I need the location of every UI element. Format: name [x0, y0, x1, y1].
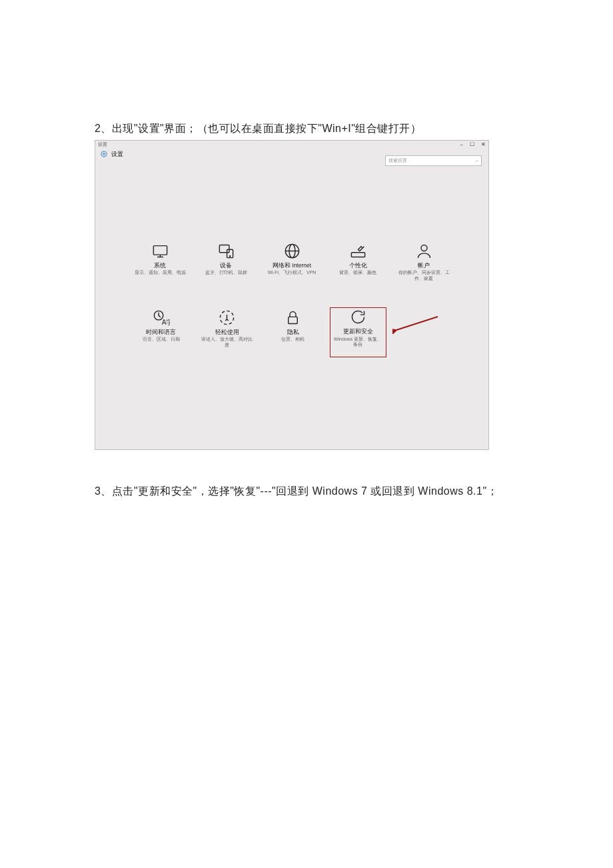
search-input[interactable]: 搜索设置 ⌕: [385, 155, 482, 166]
tile-title: 更新和安全: [343, 328, 373, 336]
svg-rect-4: [219, 245, 229, 252]
tile-desc: Windows 更新、恢复、备份: [331, 337, 384, 348]
display-icon: [151, 242, 169, 260]
tile-time-language[interactable]: A字 时间和语言 语音、区域、日期: [133, 309, 189, 357]
person-icon: [415, 242, 433, 260]
tile-desc: Wi-Fi、飞行模式、VPN: [267, 270, 318, 275]
svg-point-6: [229, 255, 230, 256]
tile-desc: 你的帐户、同步设置、工作、家庭: [396, 270, 452, 281]
search-icon: ⌕: [476, 158, 478, 163]
settings-window: 设置 – ☐ ✕ 设置 搜索设置 ⌕: [95, 140, 489, 450]
svg-rect-10: [351, 252, 364, 257]
tile-desc: 显示、通知、应用、电源: [133, 270, 187, 275]
svg-point-12: [421, 245, 427, 251]
page-title: 设置: [111, 150, 123, 159]
svg-rect-16: [289, 317, 298, 323]
language-icon: A字: [152, 309, 170, 327]
tile-network[interactable]: 网络和 Internet Wi-Fi、飞行模式、VPN: [264, 242, 320, 290]
tile-title: 设备: [220, 262, 232, 270]
step-2-text: 2、出现"设置"界面；（也可以在桌面直接按下"Win+I"组合键打开）: [95, 120, 520, 137]
svg-text:A字: A字: [162, 318, 170, 325]
tile-title: 系统: [154, 262, 166, 270]
step-3-text: 3、点击"更新和安全"，选择"恢复"---"回退到 Windows 7 或回退到…: [95, 483, 520, 499]
tile-devices[interactable]: 设备 蓝牙、打印机、鼠标: [198, 242, 255, 290]
tile-title: 隐私: [287, 329, 299, 337]
tile-title: 时间和语言: [146, 329, 176, 337]
close-button[interactable]: ✕: [481, 141, 486, 147]
tile-desc: 位置、相机: [280, 337, 306, 342]
tile-system[interactable]: 系统 显示、通知、应用、电源: [132, 242, 189, 290]
search-placeholder: 搜索设置: [388, 157, 407, 164]
tile-title: 帐户: [418, 262, 430, 270]
tile-ease-of-access[interactable]: 轻松使用 讲述人、放大镜、高对比度: [199, 309, 255, 357]
tile-title: 轻松使用: [215, 329, 239, 337]
ease-icon: [218, 309, 236, 327]
window-titlebar: 设置 – ☐ ✕: [95, 141, 488, 149]
maximize-button[interactable]: ☐: [470, 141, 474, 147]
app-title: 设置: [98, 141, 107, 148]
svg-line-11: [362, 246, 364, 247]
tile-desc: 背景、锁屏、颜色: [338, 270, 378, 275]
gear-icon: [101, 151, 107, 157]
update-icon: [349, 308, 367, 326]
tile-accounts[interactable]: 帐户 你的帐户、同步设置、工作、家庭: [396, 242, 452, 290]
tile-desc: 蓝牙、打印机、鼠标: [204, 270, 249, 275]
tile-desc: 讲述人、放大镜、高对比度: [199, 337, 255, 348]
svg-point-0: [103, 153, 105, 155]
tile-title: 个性化: [349, 262, 367, 270]
tile-update-security[interactable]: 更新和安全 Windows 更新、恢复、备份: [330, 307, 386, 357]
paint-icon: [349, 242, 367, 260]
minimize-button[interactable]: –: [460, 141, 463, 147]
tile-personalization[interactable]: 个性化 背景、锁屏、颜色: [330, 242, 386, 290]
globe-icon: [283, 242, 301, 260]
tile-desc: 语音、区域、日期: [141, 337, 181, 342]
tile-title: 网络和 Internet: [273, 262, 311, 270]
devices-icon: [217, 242, 235, 260]
tile-privacy[interactable]: 隐私 位置、相机: [265, 309, 321, 357]
svg-rect-1: [153, 245, 167, 255]
lock-icon: [284, 309, 302, 327]
